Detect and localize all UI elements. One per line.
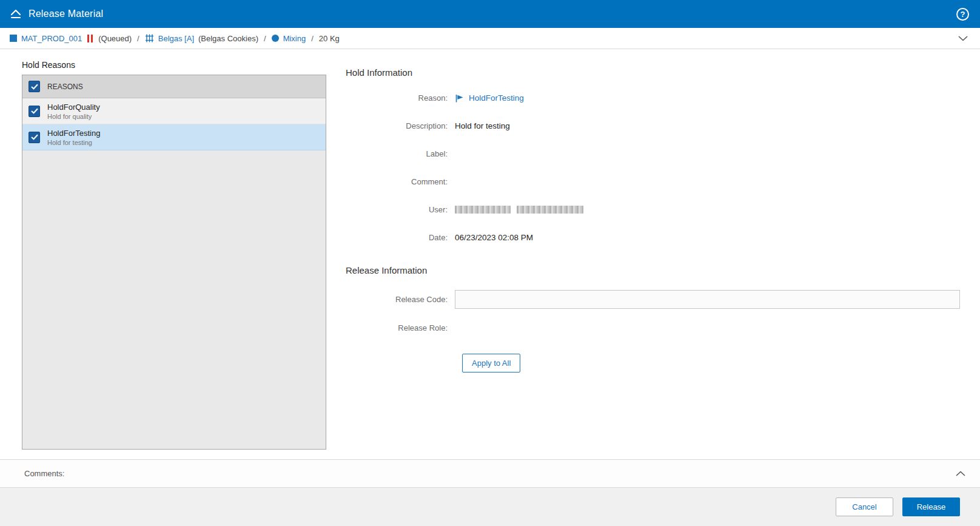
field-label: Reason: xyxy=(346,93,455,103)
breadcrumb-separator: / xyxy=(264,34,266,43)
field-value: 06/23/2023 02:08 PM xyxy=(455,233,533,242)
field-comment: Comment: xyxy=(346,176,960,187)
field-user: User: xyxy=(346,204,960,215)
release-code-row: Release Code: xyxy=(346,290,960,309)
list-item-holdfortesting[interactable]: HoldForTesting Hold for testing xyxy=(22,124,326,150)
comments-chevron-up-icon[interactable] xyxy=(953,468,968,479)
field-reason: Reason: HoldForTesting xyxy=(346,92,960,104)
help-icon[interactable]: ? xyxy=(956,8,969,21)
release-button[interactable]: Release xyxy=(902,497,960,516)
hold-information-title: Hold Information xyxy=(346,67,960,78)
reason-checkbox[interactable] xyxy=(29,132,40,143)
field-label: Date: xyxy=(346,233,455,242)
app-header: Release Material ? xyxy=(0,0,980,28)
reason-checkbox[interactable] xyxy=(29,106,40,117)
reason-description: Hold for quality xyxy=(47,113,100,120)
breadcrumb-chevron-down-icon[interactable] xyxy=(956,33,970,44)
field-label: User: xyxy=(346,205,455,214)
user-value-redacted xyxy=(455,206,583,214)
field-description: Description: Hold for testing xyxy=(346,120,960,132)
list-item-holdforquality[interactable]: HoldForQuality Hold for quality xyxy=(22,98,326,124)
hold-information-panel: Hold Information Reason: HoldForTesting … xyxy=(326,59,960,459)
release-eject-icon xyxy=(10,8,22,19)
hold-reasons-panel: Hold Reasons REASONS HoldForQuality Hold… xyxy=(22,59,326,459)
cancel-button[interactable]: Cancel xyxy=(836,497,893,516)
reason-name: HoldForQuality xyxy=(47,103,100,112)
material-icon xyxy=(10,35,17,42)
reasons-header-row: REASONS xyxy=(22,75,326,98)
equipment-icon xyxy=(145,34,154,42)
flag-icon xyxy=(455,94,465,103)
reason-name: HoldForTesting xyxy=(47,129,100,138)
field-label-row: Label: xyxy=(346,148,960,160)
page-title: Release Material xyxy=(29,8,103,19)
breadcrumb-equipment-desc: (Belgas Cookies) xyxy=(198,34,258,43)
breadcrumb-equipment-link[interactable]: Belgas [A] xyxy=(158,34,194,43)
reason-description: Hold for testing xyxy=(47,139,100,146)
reason-link[interactable]: HoldForTesting xyxy=(469,93,524,103)
reasons-column-header: REASONS xyxy=(47,83,83,91)
breadcrumb-separator: / xyxy=(311,34,314,43)
apply-to-all-button[interactable]: Apply to All xyxy=(462,354,520,373)
breadcrumb-separator: / xyxy=(137,34,139,43)
field-label: Description: xyxy=(346,121,455,130)
field-label: Comment: xyxy=(346,177,455,186)
release-information-section: Release Information Release Code: Releas… xyxy=(346,265,960,373)
release-code-input[interactable] xyxy=(455,290,960,309)
breadcrumb-material-link[interactable]: MAT_PROD_001 xyxy=(21,34,82,43)
main-content: Hold Reasons REASONS HoldForQuality Hold… xyxy=(0,49,980,459)
release-information-title: Release Information xyxy=(346,265,960,275)
field-label: Label: xyxy=(346,149,455,158)
breadcrumb-quantity: 20 Kg xyxy=(319,34,340,43)
release-role-label: Release Role: xyxy=(346,323,455,332)
release-role-row: Release Role: xyxy=(346,322,960,334)
select-all-checkbox[interactable] xyxy=(29,81,40,92)
release-code-label: Release Code: xyxy=(346,295,455,304)
breadcrumb: MAT_PROD_001 (Queued) / Belgas [A] (Belg… xyxy=(0,28,980,49)
comments-bar: Comments: xyxy=(0,459,980,487)
breadcrumb-operation-link[interactable]: Mixing xyxy=(283,34,306,43)
footer-action-bar: Cancel Release xyxy=(0,487,980,526)
operation-icon xyxy=(272,35,279,42)
hold-reasons-list: REASONS HoldForQuality Hold for quality … xyxy=(22,75,326,450)
field-date: Date: 06/23/2023 02:08 PM xyxy=(346,232,960,243)
hold-reasons-title: Hold Reasons xyxy=(22,60,326,70)
hold-status-icon xyxy=(87,35,93,42)
comments-label: Comments: xyxy=(24,469,64,478)
breadcrumb-status: (Queued) xyxy=(98,34,132,43)
field-value: Hold for testing xyxy=(455,121,510,130)
